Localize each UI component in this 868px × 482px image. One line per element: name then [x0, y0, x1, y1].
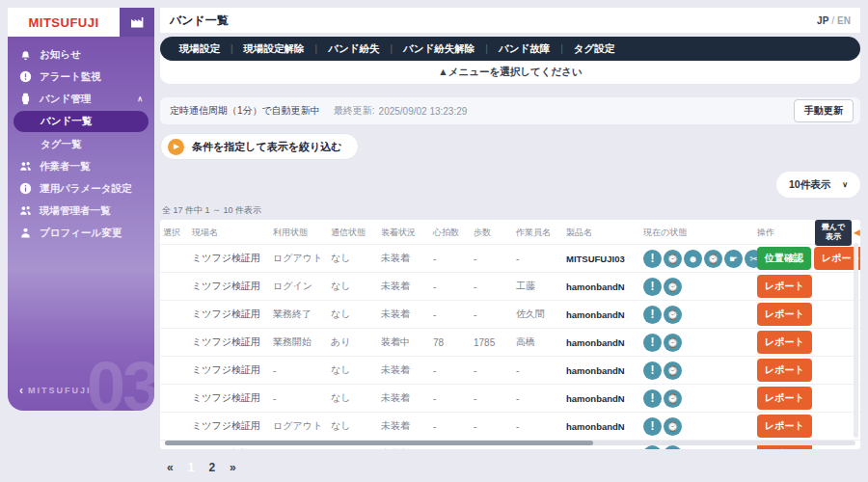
- table-row: ミツフジ検証用ログインなし未装着--工藤hamonbandN!⌚レポート: [160, 273, 860, 301]
- cell-hr: -: [430, 385, 471, 413]
- column-header: 装着状況: [378, 220, 430, 245]
- menu-item-2[interactable]: 現場設定解除: [244, 42, 305, 56]
- cell-select: [160, 385, 189, 413]
- band-status-icon: ⌚: [664, 306, 682, 324]
- column-header: 作業員名: [513, 220, 563, 245]
- band-status-icon: ⌚: [664, 417, 682, 436]
- cell-steps: -: [471, 273, 513, 301]
- sidebar-item-operation-params[interactable]: 運用パラメータ設定: [8, 177, 154, 200]
- report-button[interactable]: レポート: [757, 331, 812, 354]
- cell-steps: -: [471, 245, 513, 273]
- report-button[interactable]: レポート: [757, 303, 812, 326]
- cell-wear: 未装着: [378, 385, 430, 413]
- column-header: 選択: [160, 220, 189, 245]
- sidebar-collapse-button[interactable]: ‹ MITSUFUJI: [19, 384, 92, 397]
- cell-site: ミツフジ検証用: [189, 385, 270, 413]
- table-row: ミツフジ検証用業務開始あり装着中781785高橋hamonbandN!⌚レポート: [160, 329, 860, 357]
- cell-usage: 業務開始: [270, 329, 328, 357]
- locate-button[interactable]: 位置確認: [757, 247, 811, 270]
- menu-item-6[interactable]: タグ設定: [574, 42, 615, 56]
- sidebar-item-band-management[interactable]: バンド管理∧: [8, 88, 154, 110]
- pagination-first[interactable]: «: [167, 461, 174, 474]
- sidebar-nav: お知らせアラート監視バンド管理∧バンド一覧タグ一覧作業者一覧運用パラメータ設定現…: [8, 37, 154, 411]
- sidebar-item-alert-monitor[interactable]: アラート監視: [8, 66, 154, 88]
- alert-status-icon: !: [643, 334, 662, 352]
- cell-usage: 業務終了: [270, 301, 328, 329]
- menu-item-4[interactable]: バンド紛失解除: [403, 42, 475, 56]
- sidebar-footer-brand: MITSUFUJI: [28, 386, 92, 395]
- collapse-tooltip-text: 畳んで表示: [815, 220, 852, 246]
- menu-separator: |: [231, 43, 233, 54]
- sidebar-item-worker-list[interactable]: 作業者一覧: [8, 155, 154, 177]
- cell-current-status: !⌚: [640, 413, 754, 441]
- lang-jp-button[interactable]: JP: [817, 15, 828, 26]
- sidebar-item-tag-list[interactable]: タグ一覧: [8, 133, 154, 155]
- cell-site: ミツフジ検証用: [189, 329, 270, 357]
- result-summary: 全 17 件中 1 ～ 10 件表示: [162, 204, 860, 217]
- watermark-number: 03: [87, 347, 154, 411]
- sidebar-item-profile-change[interactable]: プロフィール変更: [8, 222, 154, 244]
- manual-update-button[interactable]: 手動更新: [794, 99, 854, 122]
- menu-item-1[interactable]: 現場設定: [179, 42, 220, 56]
- report-button[interactable]: レポート: [757, 359, 812, 382]
- menu-item-5[interactable]: バンド故障: [499, 42, 550, 56]
- report-button[interactable]: レポート: [757, 415, 812, 438]
- vertical-scrollbar[interactable]: [854, 243, 858, 438]
- cell-current-status: !⌚: [640, 357, 754, 385]
- horizontal-scrollbar[interactable]: [165, 441, 855, 445]
- alert-status-icon: !: [643, 445, 662, 449]
- sidebar-item-band-list[interactable]: バンド一覧: [14, 111, 149, 132]
- cell-select: [160, 357, 189, 385]
- sidebar-item-label: プロフィール変更: [40, 227, 122, 240]
- page-size-row: 10件表示 ∨: [160, 172, 860, 198]
- chevron-left-icon: ‹: [19, 384, 23, 397]
- cell-comm: なし: [328, 413, 378, 441]
- table-row: ミツフジ検証用業務終了なし未装着--佐久間hamonbandN!⌚レポート: [160, 301, 860, 329]
- sidebar-item-site-manager-list[interactable]: 現場管理者一覧: [8, 200, 154, 222]
- chevron-down-icon: ∨: [842, 180, 848, 189]
- cell-hr: -: [430, 413, 471, 441]
- page-title: バンド一覧: [170, 13, 229, 29]
- table-row: ミツフジ検証用-なし未装着---hamonbandN!⌚レポート: [160, 385, 860, 413]
- column-header: 現場名: [189, 220, 270, 245]
- cell-product: hamonbandN: [563, 329, 640, 357]
- cell-hr: 78: [430, 329, 471, 357]
- filter-toggle-button[interactable]: ▶ 条件を指定して表示を絞り込む: [160, 133, 359, 160]
- collapse-display-tooltip[interactable]: 畳んで表示 ◀: [815, 220, 860, 246]
- cell-worker: 佐久間: [513, 301, 563, 329]
- sidebar-item-label: アラート監視: [40, 70, 101, 84]
- report-button[interactable]: レポート: [757, 387, 812, 410]
- cell-worker: 高橋: [513, 329, 563, 357]
- band-status-icon: ⌚: [664, 445, 682, 449]
- table-row: ミツフジ検証用ログアウトなし未装着---hamonbandN!⌚レポート: [160, 413, 860, 441]
- cell-hr: -: [430, 273, 471, 301]
- cell-steps: 1785: [471, 329, 513, 357]
- cell-hr: -: [430, 245, 471, 273]
- lang-en-button[interactable]: EN: [837, 15, 851, 26]
- sidebar-item-notifications[interactable]: お知らせ: [8, 43, 154, 66]
- title-bar: バンド一覧 JP/EN: [160, 8, 860, 33]
- report-button[interactable]: レポート: [757, 275, 812, 298]
- action-menu-card: 現場設定|現場設定解除|バンド紛失|バンド紛失解除|バンド故障|タグ設定 ▲メニ…: [160, 37, 860, 84]
- cell-select: [160, 301, 189, 329]
- pagination-page-2[interactable]: 2: [208, 461, 215, 474]
- cell-actions: レポート: [754, 301, 860, 329]
- cell-select: [160, 273, 189, 301]
- cell-comm: なし: [328, 385, 378, 413]
- pagination-last[interactable]: »: [230, 461, 236, 474]
- person-icon: [19, 227, 32, 239]
- cell-wear: 未装着: [378, 357, 430, 385]
- band-table-card: 選択現場名利用状態通信状態装着状況心拍数歩数作業員名製品名現在の状態操作 ミツフ…: [160, 220, 860, 449]
- cell-comm: なし: [328, 301, 378, 329]
- page-size-select[interactable]: 10件表示 ∨: [776, 172, 860, 198]
- pagination-page-1[interactable]: 1: [188, 461, 195, 474]
- alert-status-icon: !: [643, 250, 662, 268]
- factory-icon[interactable]: [120, 8, 154, 37]
- alert-status-icon: !: [643, 417, 662, 436]
- language-switch: JP/EN: [817, 15, 851, 26]
- cell-product: hamonbandN: [563, 413, 640, 441]
- menu-separator: |: [315, 43, 318, 54]
- horizontal-scrollbar-thumb[interactable]: [165, 441, 593, 445]
- cell-product: hamonbandN: [563, 357, 640, 385]
- menu-item-3[interactable]: バンド紛失: [328, 42, 379, 56]
